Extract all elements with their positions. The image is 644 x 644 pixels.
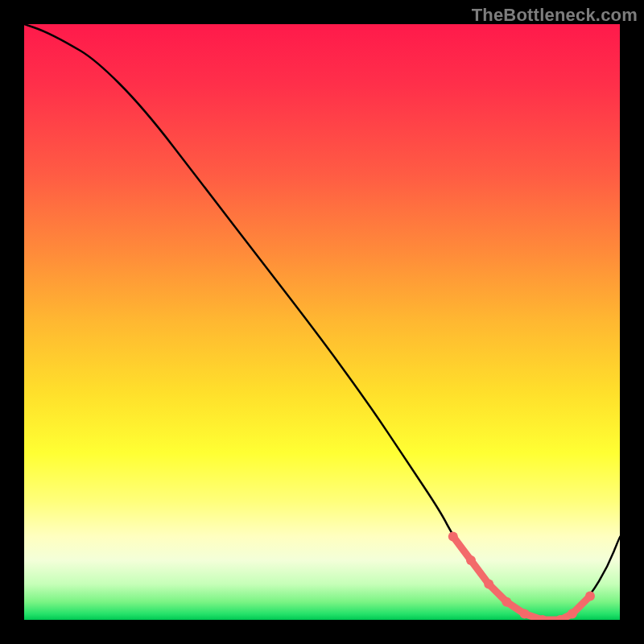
main-curve — [24, 24, 620, 620]
accent-dot — [585, 591, 595, 601]
plot-area — [24, 24, 620, 620]
accent-dot — [520, 609, 530, 619]
accent-dot — [484, 580, 493, 589]
accent-dot — [502, 597, 511, 607]
accent-dot — [466, 555, 476, 565]
accent-dot — [448, 531, 458, 541]
accent-dots — [448, 531, 595, 620]
accent-segment — [453, 536, 590, 620]
curve-svg — [24, 24, 620, 620]
chart-frame: TheBottleneck.com — [0, 0, 644, 644]
accent-dot — [568, 609, 577, 619]
watermark-text: TheBottleneck.com — [472, 5, 638, 26]
